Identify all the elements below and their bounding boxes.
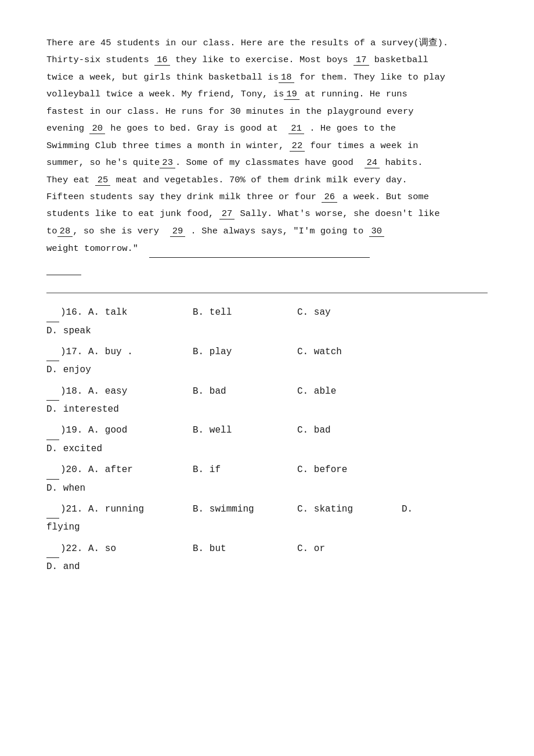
blank-24: 24 [365, 157, 380, 168]
q22-row2: D. and [46, 558, 488, 575]
q18-optA: A. easy [88, 383, 181, 400]
q17-optA: A. buy . [88, 343, 181, 361]
q21-optC: C. skating [297, 501, 390, 518]
blank-17: 17 [353, 55, 369, 66]
questions-container: )16. A. talk B. tell C. say D. speak )17… [46, 304, 488, 575]
q20-row2: D. when [46, 480, 488, 497]
blank-21: 21 [288, 123, 304, 134]
passage-line-11: students like to eat junk food, 27 Sally… [46, 206, 488, 222]
q19-optC: C. bad [297, 422, 390, 439]
blank-23: 23 [160, 157, 175, 168]
q21-row1: )21. A. running B. swimming C. skating D… [46, 501, 488, 519]
passage-line-12: to28, so she is very 29 . She always say… [46, 223, 488, 240]
section-divider [46, 293, 488, 293]
question-16: )16. A. talk B. tell C. say D. speak [46, 304, 488, 340]
q22-optB: B. but [193, 540, 286, 557]
q22-optD: D. and [46, 558, 80, 575]
q18-optC: C. able [297, 383, 390, 400]
passage-line-2: Thirty-six students 16 they like to exer… [46, 52, 488, 69]
q16-optD: D. speak [46, 322, 91, 340]
passage-line-1: There are 45 students in our class. Here… [46, 35, 488, 52]
q17-number: )17. [60, 343, 88, 361]
q22-bracket [46, 540, 59, 558]
q22-optA: A. so [88, 540, 181, 557]
passage-line-4: volleyball twice a week. My friend, Tony… [46, 86, 488, 103]
trailing-blank-short [46, 258, 81, 275]
passage-text: There are 45 students in our class. Here… [46, 35, 488, 275]
q17-row1: )17. A. buy . B. play C. watch D. enjoy [46, 343, 488, 379]
q20-optD: D. when [46, 480, 85, 497]
q19-optB: B. well [193, 422, 286, 439]
q19-optA: A. good [88, 422, 181, 439]
q19-number: )19. [60, 422, 88, 439]
blank-18: 18 [279, 72, 294, 83]
q22-row1: )22. A. so B. but C. or [46, 540, 488, 558]
q21-number: )21. [60, 501, 88, 518]
q16-optA: A. talk [88, 304, 181, 321]
question-22: )22. A. so B. but C. or D. and [46, 540, 488, 576]
q21-optD: flying [46, 519, 80, 536]
q17-bracket [46, 343, 59, 361]
q19-bracket [46, 422, 59, 440]
q20-row1: )20. A. after B. if C. before [46, 461, 488, 479]
q17-optD: D. enjoy [46, 361, 139, 379]
q20-bracket [46, 461, 59, 479]
q20-optA: A. after [88, 461, 181, 478]
passage-line-5: fastest in our class. He runs for 30 min… [46, 103, 488, 120]
q16-bracket [46, 304, 59, 322]
passage-line-9: They eat 25 meat and vegetables. 70% of … [46, 172, 488, 189]
q17-optB: B. play [193, 343, 286, 361]
blank-22: 22 [290, 141, 305, 152]
q20-optC: C. before [297, 461, 390, 478]
q16-row2: D. speak [46, 322, 488, 340]
q16-optC: C. say [297, 304, 390, 321]
q21-optA: A. running [88, 501, 181, 518]
question-20: )20. A. after B. if C. before D. when [46, 461, 488, 497]
q21-bracket [46, 501, 59, 519]
q18-optD: D. interested [46, 401, 139, 418]
blank-26: 26 [322, 192, 337, 203]
question-19: )19. A. good B. well C. bad D. excited [46, 422, 488, 458]
q17-optC: C. watch [297, 343, 390, 361]
q20-number: )20. [60, 461, 88, 478]
q18-bracket [46, 383, 59, 401]
question-17: )17. A. buy . B. play C. watch D. enjoy [46, 343, 488, 379]
blank-19: 19 [284, 89, 300, 100]
passage-line-6: evening 20 he goes to bed. Gray is good … [46, 120, 488, 137]
trailing-blank-line [149, 240, 370, 257]
passage-line-3: twice a week, but girls think basketball… [46, 69, 488, 86]
q19-optD: D. excited [46, 440, 139, 458]
blank-27: 27 [219, 208, 235, 219]
blank-30: 30 [369, 226, 385, 237]
passage-line-8: summer, so he's quite23. Some of my clas… [46, 154, 488, 171]
q21-optB: B. swimming [193, 501, 286, 518]
q22-optC: C. or [297, 540, 390, 557]
q21-optD-label: D. [402, 501, 413, 518]
q16-optB: B. tell [193, 304, 286, 321]
blank-28: 28 [57, 226, 73, 237]
q18-optB: B. bad [193, 383, 286, 400]
passage-line-10: Fifteen students say they drink milk thr… [46, 189, 488, 206]
passage-line-14 [46, 258, 488, 275]
q22-number: )22. [60, 540, 88, 557]
q18-number: )18. [60, 383, 88, 400]
question-18: )18. A. easy B. bad C. able D. intereste… [46, 383, 488, 419]
q19-row1: )19. A. good B. well C. bad D. excited [46, 422, 488, 458]
question-21: )21. A. running B. swimming C. skating D… [46, 501, 488, 537]
blank-20: 20 [89, 123, 105, 134]
blank-25: 25 [95, 175, 111, 186]
blank-29: 29 [170, 226, 186, 237]
q21-row2: flying [46, 519, 488, 536]
blank-16: 16 [154, 55, 170, 66]
q16-number: )16. [60, 304, 88, 321]
q16-row1: )16. A. talk B. tell C. say [46, 304, 488, 322]
q20-optB: B. if [193, 461, 286, 478]
q18-row1: )18. A. easy B. bad C. able D. intereste… [46, 383, 488, 419]
passage-container: There are 45 students in our class. Here… [46, 35, 488, 275]
passage-line-7: Swimming Club three times a month in win… [46, 138, 488, 154]
passage-line-13: weight tomorrow." [46, 240, 488, 257]
